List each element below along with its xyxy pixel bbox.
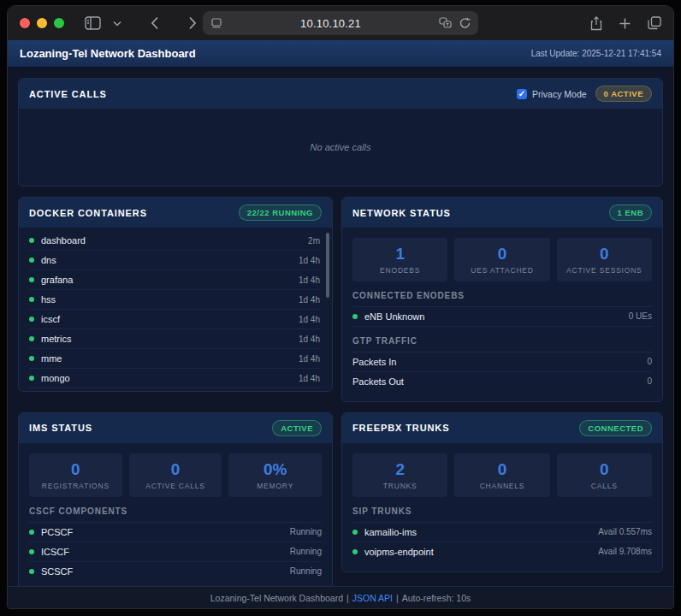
- status-dot: [29, 569, 34, 574]
- privacy-mode-toggle[interactable]: ✓ Privacy Mode: [517, 89, 587, 99]
- stat-label: REGISTRATIONS: [33, 482, 119, 490]
- trunk-row: voipms-endpoint Avail 9.708ms: [352, 542, 652, 561]
- new-tab-button[interactable]: [619, 18, 631, 29]
- section-sip-trunks: SIP TRUNKS: [352, 497, 652, 523]
- container-name: mongo: [41, 373, 70, 383]
- stat-value: 0: [458, 246, 546, 264]
- back-button[interactable]: [151, 16, 159, 30]
- json-api-link[interactable]: JSON API: [352, 593, 393, 603]
- share-button[interactable]: [590, 16, 602, 31]
- freepbx-connected-badge: CONNECTED: [579, 420, 652, 436]
- status-dot: [29, 376, 34, 381]
- active-calls-badge: 0 ACTIVE: [595, 86, 652, 102]
- active-calls-header: ACTIVE CALLS ✓ Privacy Mode 0 ACTIVE: [19, 79, 662, 109]
- status-dot: [29, 356, 34, 361]
- trunk-name: kamailio-ims: [364, 527, 417, 537]
- reload-button[interactable]: [459, 17, 471, 29]
- enodeb-name: eNB Unknown: [364, 311, 424, 322]
- container-row: mongo 1d 4h: [29, 369, 320, 388]
- sidebar-toggle-button[interactable]: [85, 16, 101, 30]
- stat-box: 0 CHANNELS: [454, 453, 549, 497]
- container-uptime: 1d 4h: [299, 295, 320, 305]
- gtp-value: 0: [647, 357, 652, 366]
- privacy-label[interactable]: Privacy Mode: [532, 89, 587, 99]
- zoom-window-button[interactable]: [54, 18, 64, 28]
- cscf-row: PCSCF Running: [29, 523, 322, 542]
- stat-label: ACTIVE CALLS: [133, 482, 219, 490]
- cscf-name: ICSCF: [41, 547, 69, 557]
- status-dot: [29, 336, 34, 341]
- panel-title: IMS STATUS: [29, 423, 92, 433]
- privacy-checkbox[interactable]: ✓: [517, 89, 527, 99]
- trunk-name: voipms-endpoint: [364, 547, 434, 557]
- stat-box: 0% MEMORY: [228, 453, 322, 497]
- status-dot: [29, 317, 34, 322]
- container-row: icscf 1d 4h: [29, 310, 320, 329]
- ims-body: 0 REGISTRATIONS 0 ACTIVE CALLS 0% MEMORY…: [19, 443, 332, 586]
- translate-icon[interactable]: [439, 17, 453, 29]
- panel-title: ACTIVE CALLS: [29, 89, 107, 99]
- status-dot: [29, 258, 34, 263]
- minimize-window-button[interactable]: [37, 18, 47, 28]
- container-row: mysql 1d 4h: [29, 388, 320, 391]
- stat-value: 0: [458, 461, 546, 479]
- tab-overview-button[interactable]: [648, 16, 661, 30]
- scrollbar[interactable]: [326, 233, 329, 298]
- stat-box: 1 ENODEBS: [352, 238, 447, 281]
- footer-separator: |: [346, 593, 349, 603]
- last-update: Last Update: 2025-12-21 17:41:54: [531, 49, 661, 58]
- active-calls-body: No active calls: [19, 109, 662, 186]
- address-bar[interactable]: 10.10.10.21: [203, 11, 478, 35]
- status-dot: [29, 530, 34, 535]
- cscf-name: PCSCF: [41, 527, 73, 537]
- browser-toolbar: 10.10.10.21: [8, 6, 673, 40]
- active-calls-panel: ACTIVE CALLS ✓ Privacy Mode 0 ACTIVE No …: [18, 78, 663, 187]
- stat-box: 0 ACTIVE CALLS: [129, 453, 222, 497]
- section-cscf-components: CSCF COMPONENTS: [29, 497, 322, 523]
- container-row: grafana 1d 4h: [29, 270, 320, 290]
- status-dot: [352, 314, 358, 319]
- container-uptime: 1d 4h: [299, 335, 320, 344]
- cscf-row: ICSCF Running: [29, 542, 322, 562]
- container-name: hss: [41, 294, 56, 305]
- page-title: Lozaning-Tel Network Dashboard: [20, 47, 196, 60]
- cscf-status: Running: [290, 547, 322, 556]
- forward-button[interactable]: [188, 16, 197, 30]
- container-name: mme: [41, 353, 62, 364]
- stat-label: UES ATTACHED: [458, 266, 546, 275]
- gtp-label: Packets In: [352, 357, 396, 367]
- container-row: dns 1d 4h: [29, 251, 320, 270]
- dashboard-header: Lozaning-Tel Network Dashboard Last Upda…: [8, 40, 673, 68]
- stat-label: ENODEBS: [356, 266, 444, 275]
- chevron-down-icon[interactable]: [113, 21, 121, 27]
- container-uptime: 1d 4h: [299, 275, 320, 285]
- stat-label: CHANNELS: [458, 482, 546, 490]
- status-dot: [29, 277, 34, 282]
- docker-header: DOCKER CONTAINERS 22/22 RUNNING: [19, 198, 332, 228]
- cscf-status: Running: [290, 527, 322, 536]
- close-window-button[interactable]: [20, 18, 30, 28]
- ims-header: IMS STATUS ACTIVE: [19, 413, 332, 443]
- gtp-row: Packets Out 0: [352, 372, 652, 391]
- container-uptime: 1d 4h: [299, 315, 320, 324]
- reader-icon[interactable]: [210, 17, 222, 29]
- stat-box: 0 UES ATTACHED: [454, 238, 549, 281]
- url-text[interactable]: 10.10.10.21: [222, 17, 439, 30]
- container-row: dashboard 2m: [29, 231, 320, 251]
- browser-window: 10.10.10.21: [7, 5, 674, 609]
- stat-value: 0: [33, 461, 119, 479]
- panel-title: DOCKER CONTAINERS: [29, 208, 147, 218]
- stat-value: 2: [356, 461, 444, 479]
- container-name: icscf: [41, 314, 60, 324]
- empty-state-text: No active calls: [311, 142, 371, 152]
- enb-badge: 1 ENB: [609, 204, 652, 221]
- stat-value: 0%: [232, 461, 318, 479]
- dashboard-page: ACTIVE CALLS ✓ Privacy Mode 0 ACTIVE No …: [8, 68, 673, 586]
- panel-title: NETWORK STATUS: [352, 208, 451, 218]
- ims-active-badge: ACTIVE: [272, 420, 322, 436]
- stat-box: 2 TRUNKS: [352, 453, 447, 497]
- container-name: metrics: [41, 334, 71, 344]
- status-dot: [29, 297, 34, 302]
- cscf-status: Running: [290, 566, 322, 576]
- stat-label: MEMORY: [232, 482, 318, 490]
